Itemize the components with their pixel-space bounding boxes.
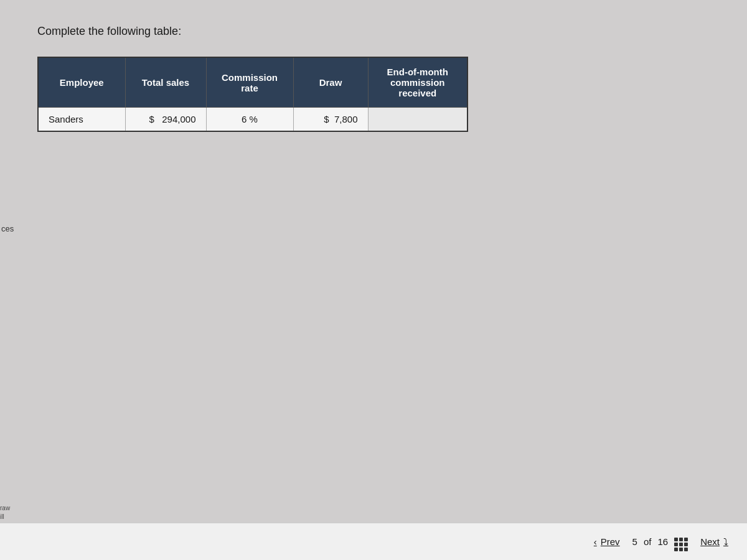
next-label: Next xyxy=(700,536,720,547)
current-page: 5 xyxy=(632,536,637,547)
header-commission-rate: Commissionrate xyxy=(206,57,293,108)
header-draw: Draw xyxy=(293,57,368,108)
cell-total-sales: $ 294,000 xyxy=(125,108,206,132)
cell-commission-rate[interactable]: 6 % xyxy=(206,108,293,132)
table-container: Employee Total sales Commissionrate Draw… xyxy=(37,57,468,132)
header-employee: Employee xyxy=(38,57,125,108)
bottom-labels: rawill xyxy=(0,504,31,521)
commission-percent: % xyxy=(250,114,258,124)
cell-end-of-month[interactable] xyxy=(368,108,467,132)
table-header-row: Employee Total sales Commissionrate Draw… xyxy=(38,57,467,108)
grid-icon[interactable] xyxy=(674,533,688,551)
cell-employee: Sanders xyxy=(38,108,125,132)
next-arrow-icon: ⤵ xyxy=(723,536,728,547)
prev-label: Prev xyxy=(601,536,620,547)
instruction-text: Complete the following table: xyxy=(37,25,710,38)
commission-table: Employee Total sales Commissionrate Draw… xyxy=(37,57,468,132)
next-button[interactable]: Next ⤵ xyxy=(700,536,728,547)
table-row: Sanders $ 294,000 6 % $ 7,800 xyxy=(38,108,467,132)
header-total-sales: Total sales xyxy=(125,57,206,108)
prev-button[interactable]: ‹ Prev xyxy=(594,536,620,547)
page-separator: of xyxy=(644,536,652,547)
header-end-of-month: End-of-monthcommissionreceived xyxy=(368,57,467,108)
sidebar-label-ces: ces xyxy=(1,224,14,233)
bottom-label-raw: rawill xyxy=(0,504,31,521)
prev-chevron-icon: ‹ xyxy=(594,536,597,547)
commission-value: 6 xyxy=(242,114,247,124)
main-content: Complete the following table: Employee T… xyxy=(0,0,747,159)
total-pages: 16 xyxy=(657,536,668,547)
cell-draw: $ 7,800 xyxy=(293,108,368,132)
page-info: 5 of 16 xyxy=(632,533,688,551)
bottom-navigation: ‹ Prev 5 of 16 Next ⤵ xyxy=(0,523,747,560)
